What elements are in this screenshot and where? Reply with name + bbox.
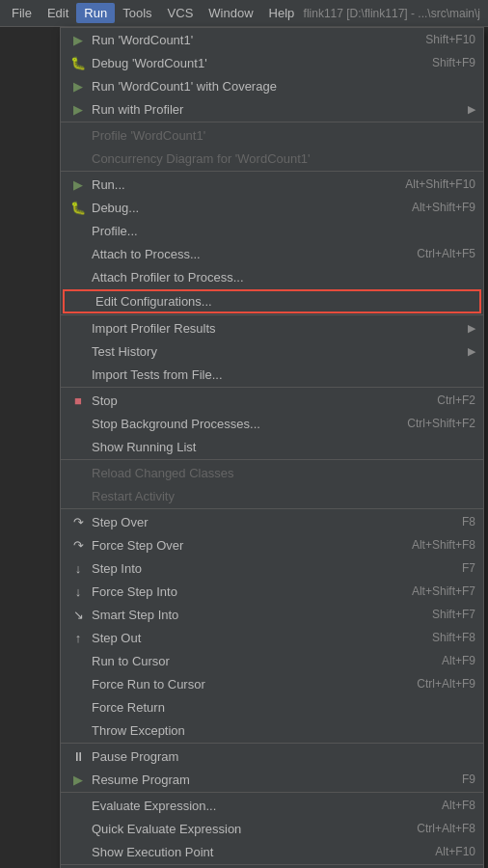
quick-eval-item[interactable]: Quick Evaluate Expression Ctrl+Alt+F8 <box>61 817 483 840</box>
concurrency-item: Concurrency Diagram for 'WordCount1' <box>61 147 483 170</box>
force-step-into-shortcut: Alt+Shift+F7 <box>412 584 475 598</box>
force-return-item[interactable]: Force Return <box>61 695 483 719</box>
separator-1 <box>61 122 483 122</box>
debug-icon: 🐛 <box>68 56 88 70</box>
run-coverage-item[interactable]: ▶ Run 'WordCount1' with Coverage <box>61 74 483 97</box>
run-dots-item[interactable]: ▶ Run... Alt+Shift+F10 <box>61 173 483 196</box>
show-exec-point-item[interactable]: Show Execution Point Alt+F10 <box>61 840 483 863</box>
separator-7 <box>61 743 483 744</box>
coverage-icon: ▶ <box>68 79 88 94</box>
run-cursor-shortcut: Alt+F9 <box>442 654 475 667</box>
test-history-item[interactable]: Test History ▶ <box>61 339 483 363</box>
force-step-over-item[interactable]: ↷ Force Step Over Alt+Shift+F8 <box>61 533 483 556</box>
separator-9 <box>61 864 483 865</box>
eval-expression-label: Evaluate Expression... <box>92 799 422 813</box>
step-into-item[interactable]: ↓ Step Into F7 <box>61 556 483 580</box>
run-profiler-label: Run with Profiler <box>92 102 464 117</box>
profiler-arrow: ▶ <box>468 103 475 116</box>
run-dropdown-menu: ▶ Run 'WordCount1' Shift+F10 🐛 Debug 'Wo… <box>60 27 484 868</box>
menu-file[interactable]: File <box>4 3 40 23</box>
pause-program-item[interactable]: ⏸ Pause Program <box>61 745 483 768</box>
separator-3 <box>61 314 483 315</box>
test-history-label: Test History <box>92 344 464 359</box>
smart-step-into-shortcut: Shift+F7 <box>432 608 475 621</box>
run-profiler-item[interactable]: ▶ Run with Profiler ▶ <box>61 97 483 121</box>
import-profiler-arrow: ▶ <box>468 322 475 335</box>
import-profiler-item[interactable]: Import Profiler Results ▶ <box>61 316 483 339</box>
menu-window[interactable]: Window <box>201 3 260 23</box>
step-over-shortcut: F8 <box>462 515 475 529</box>
run-cursor-item[interactable]: Run to Cursor Alt+F9 <box>61 649 483 672</box>
force-run-cursor-label: Force Run to Cursor <box>92 677 397 692</box>
smart-step-into-label: Smart Step Into <box>92 608 413 622</box>
step-over-icon: ↷ <box>68 515 88 529</box>
run-wordcount-label: Run 'WordCount1' <box>92 33 406 47</box>
import-tests-item[interactable]: Import Tests from File... <box>61 363 483 386</box>
eval-expression-item[interactable]: Evaluate Expression... Alt+F8 <box>61 794 483 817</box>
force-step-over-shortcut: Alt+Shift+F8 <box>412 538 475 552</box>
step-out-icon: ↑ <box>68 631 88 645</box>
reload-classes-item: Reload Changed Classes <box>61 461 483 484</box>
resume-program-label: Resume Program <box>92 773 443 787</box>
separator-2 <box>61 171 483 172</box>
show-running-item[interactable]: Show Running List <box>61 435 483 458</box>
run-dots-label: Run... <box>92 177 386 192</box>
throw-exception-label: Throw Exception <box>92 723 475 738</box>
menu-tools[interactable]: Tools <box>115 3 159 23</box>
stop-item[interactable]: ■ Stop Ctrl+F2 <box>61 389 483 412</box>
edit-configurations-item[interactable]: Edit Configurations... <box>63 289 481 313</box>
pause-icon: ⏸ <box>68 749 88 764</box>
run-cursor-label: Run to Cursor <box>92 654 422 668</box>
step-into-icon: ↓ <box>68 561 88 576</box>
profiler-run-icon: ▶ <box>68 102 88 117</box>
run-coverage-label: Run 'WordCount1' with Coverage <box>92 79 456 94</box>
attach-process-item[interactable]: Attach to Process... Ctrl+Alt+F5 <box>61 242 483 265</box>
step-out-item[interactable]: ↑ Step Out Shift+F8 <box>61 626 483 649</box>
menu-edit[interactable]: Edit <box>40 3 76 23</box>
menu-help[interactable]: Help <box>261 3 303 23</box>
quick-eval-label: Quick Evaluate Expression <box>92 822 397 836</box>
pause-program-label: Pause Program <box>92 749 475 764</box>
separator-4 <box>61 387 483 388</box>
profile-dots-item[interactable]: Profile... <box>61 219 483 242</box>
force-step-into-item[interactable]: ↓ Force Step Into Alt+Shift+F7 <box>61 580 483 603</box>
force-step-into-icon: ↓ <box>68 584 88 599</box>
smart-step-into-item[interactable]: ↘ Smart Step Into Shift+F7 <box>61 603 483 626</box>
profile-wordcount-item: Profile 'WordCount1' <box>61 123 483 147</box>
show-exec-point-shortcut: Alt+F10 <box>435 845 475 858</box>
menu-vcs[interactable]: VCS <box>160 3 202 23</box>
throw-exception-item[interactable]: Throw Exception <box>61 719 483 742</box>
run-dots-shortcut: Alt+Shift+F10 <box>405 177 475 191</box>
force-run-cursor-shortcut: Ctrl+Alt+F9 <box>417 677 475 691</box>
attach-profiler-label: Attach Profiler to Process... <box>92 270 475 285</box>
menu-run[interactable]: Run <box>76 3 115 23</box>
step-out-label: Step Out <box>92 631 413 645</box>
step-into-label: Step Into <box>92 561 443 576</box>
quick-eval-shortcut: Ctrl+Alt+F8 <box>417 822 475 835</box>
separator-8 <box>61 792 483 793</box>
menu-bar: File Edit Run Tools VCS Window Help flin… <box>0 0 488 27</box>
profile-dots-label: Profile... <box>92 224 475 238</box>
run-icon: ▶ <box>68 33 88 47</box>
step-out-shortcut: Shift+F8 <box>432 631 475 644</box>
stop-bg-item[interactable]: Stop Background Processes... Ctrl+Shift+… <box>61 412 483 435</box>
attach-process-label: Attach to Process... <box>92 247 397 261</box>
show-running-label: Show Running List <box>92 440 475 454</box>
attach-profiler-item[interactable]: Attach Profiler to Process... <box>61 265 483 288</box>
run-wordcount-item[interactable]: ▶ Run 'WordCount1' Shift+F10 <box>61 28 483 51</box>
step-over-label: Step Over <box>92 515 443 529</box>
stop-icon: ■ <box>68 393 88 408</box>
show-exec-point-label: Show Execution Point <box>92 845 416 859</box>
resume-program-item[interactable]: ▶ Resume Program F9 <box>61 768 483 791</box>
profile-wordcount-label: Profile 'WordCount1' <box>92 128 475 143</box>
force-run-cursor-item[interactable]: Force Run to Cursor Ctrl+Alt+F9 <box>61 672 483 695</box>
debug-dots-item[interactable]: 🐛 Debug... Alt+Shift+F9 <box>61 196 483 219</box>
debug-wordcount-item[interactable]: 🐛 Debug 'WordCount1' Shift+F9 <box>61 51 483 74</box>
resume-program-shortcut: F9 <box>462 773 475 786</box>
smart-step-into-icon: ↘ <box>68 608 88 622</box>
run-wordcount-shortcut: Shift+F10 <box>425 33 475 46</box>
step-over-item[interactable]: ↷ Step Over F8 <box>61 510 483 533</box>
import-profiler-label: Import Profiler Results <box>92 321 464 336</box>
debug-dots-shortcut: Alt+Shift+F9 <box>412 201 475 214</box>
stop-label: Stop <box>92 393 418 408</box>
